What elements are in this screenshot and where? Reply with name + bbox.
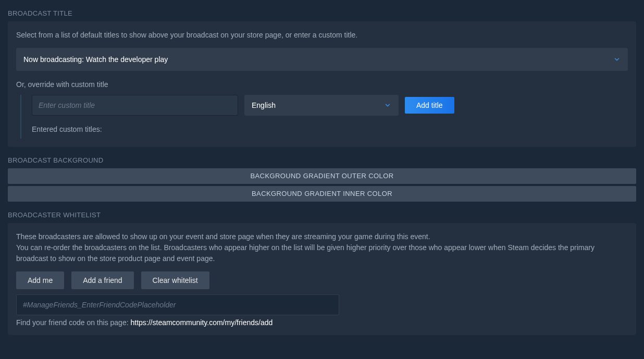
default-title-value: Now broadcasting: Watch the developer pl… — [23, 55, 168, 64]
friend-code-link[interactable]: https://steamcommunity.com/my/friends/ad… — [130, 318, 273, 327]
default-title-select[interactable]: Now broadcasting: Watch the developer pl… — [16, 48, 628, 71]
friend-code-input[interactable] — [16, 294, 339, 315]
chevron-down-icon — [613, 56, 621, 63]
override-title-label: Or, override with custom title — [16, 80, 628, 89]
chevron-down-icon — [384, 102, 391, 109]
whitelist-description-line2: You can re-order the broadcasters on the… — [16, 243, 595, 263]
language-select-value: English — [252, 101, 276, 109]
add-me-button[interactable]: Add me — [16, 271, 64, 289]
background-inner-color-button[interactable]: BACKGROUND GRADIENT INNER COLOR — [8, 186, 636, 202]
clear-whitelist-button[interactable]: Clear whitelist — [141, 271, 209, 289]
override-block: English Add title Entered custom titles: — [20, 95, 628, 139]
friend-code-hint: Find your friend code on this page: http… — [16, 318, 628, 327]
whitelist-description-line1: These broadcasters are allowed to show u… — [16, 232, 430, 241]
broadcaster-whitelist-section-label: BROADCASTER WHITELIST — [8, 211, 636, 219]
add-friend-button[interactable]: Add a friend — [71, 271, 134, 289]
broadcast-title-panel: Select from a list of default titles to … — [8, 21, 636, 147]
background-outer-color-button[interactable]: BACKGROUND GRADIENT OUTER COLOR — [8, 168, 636, 184]
broadcaster-whitelist-panel: These broadcasters are allowed to show u… — [8, 223, 636, 335]
broadcast-title-section-label: BROADCAST TITLE — [8, 9, 636, 17]
broadcast-background-section-label: BROADCAST BACKGROUND — [8, 156, 636, 164]
entered-custom-titles-label: Entered custom titles: — [32, 125, 628, 133]
custom-title-input[interactable] — [32, 95, 238, 116]
add-title-button[interactable]: Add title — [405, 97, 454, 114]
language-select[interactable]: English — [244, 95, 399, 116]
broadcast-title-description: Select from a list of default titles to … — [16, 30, 628, 41]
friend-code-hint-prefix: Find your friend code on this page: — [16, 318, 130, 327]
whitelist-description: These broadcasters are allowed to show u… — [16, 231, 628, 264]
